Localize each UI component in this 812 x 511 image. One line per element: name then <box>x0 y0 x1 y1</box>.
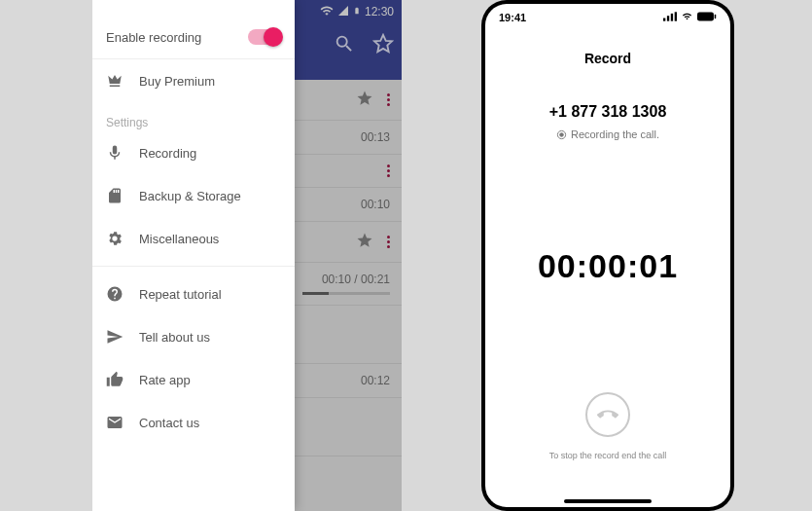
android-phone: 12:30 00:13 00:10 00:10 <box>92 0 402 511</box>
enable-recording-label: Enable recording <box>106 30 201 45</box>
sd-card-icon <box>106 187 124 204</box>
ios-phone: 19:41 Record +1 877 318 1308 Recording t… <box>481 0 734 511</box>
settings-header: Settings <box>92 102 295 131</box>
ios-screen: 19:41 Record +1 877 318 1308 Recording t… <box>485 4 730 507</box>
wifi-icon <box>680 12 694 21</box>
drawer-item-misc[interactable]: Miscellaneous <box>92 217 295 260</box>
svg-rect-4 <box>697 12 714 20</box>
drawer-item-label: Backup & Storage <box>139 189 241 203</box>
clock-text: 19:41 <box>499 12 526 23</box>
send-icon <box>106 328 124 346</box>
drawer-item-contact[interactable]: Contact us <box>92 401 295 444</box>
ios-status-icons <box>663 12 717 23</box>
svg-rect-1 <box>667 16 669 20</box>
drawer-item-label: Repeat tutorial <box>139 287 222 302</box>
svg-rect-0 <box>663 18 665 21</box>
svg-rect-2 <box>671 14 673 21</box>
mail-icon <box>106 414 124 431</box>
recording-status: Recording the call. <box>556 128 659 140</box>
record-dot-icon <box>556 129 567 140</box>
phone-hangup-icon <box>597 404 618 425</box>
recording-label: Recording the call. <box>571 128 659 140</box>
home-indicator[interactable] <box>564 499 652 503</box>
mic-icon <box>106 144 124 162</box>
drawer-item-label: Rate app <box>139 373 191 387</box>
buy-premium-item[interactable]: Buy Premium <box>92 59 295 102</box>
page-title: Record <box>584 51 631 66</box>
drawer-item-label: Recording <box>139 146 196 161</box>
thumb-up-icon <box>106 371 124 388</box>
drawer-item-backup[interactable]: Backup & Storage <box>92 174 295 217</box>
drawer-item-tutorial[interactable]: Repeat tutorial <box>92 273 295 315</box>
buy-premium-label: Buy Premium <box>139 74 215 89</box>
help-icon <box>106 285 124 303</box>
drawer-item-tell[interactable]: Tell about us <box>92 315 295 358</box>
drawer-item-label: Tell about us <box>139 330 210 345</box>
divider <box>92 266 295 267</box>
drawer-item-label: Contact us <box>139 416 199 430</box>
drawer-item-rate[interactable]: Rate app <box>92 358 295 401</box>
svg-rect-5 <box>715 15 717 19</box>
recording-timer: 00:00:01 <box>538 247 678 285</box>
phone-number: +1 877 318 1308 <box>549 103 667 121</box>
crown-icon <box>106 72 124 90</box>
drawer-item-recording[interactable]: Recording <box>92 131 295 174</box>
drawer-item-label: Miscellaneous <box>139 232 219 246</box>
gear-icon <box>106 230 124 247</box>
hint-text: To stop the record end the call <box>549 451 667 460</box>
end-call-button[interactable] <box>585 392 630 437</box>
svg-rect-3 <box>675 12 677 20</box>
signal-icon <box>663 12 677 21</box>
enable-recording-row[interactable]: Enable recording <box>92 6 295 59</box>
ios-statusbar: 19:41 <box>485 4 730 31</box>
battery-icon <box>697 12 717 21</box>
nav-drawer: Enable recording Buy Premium Settings Re… <box>92 0 295 511</box>
svg-point-7 <box>560 132 564 136</box>
enable-recording-toggle[interactable] <box>248 29 281 45</box>
